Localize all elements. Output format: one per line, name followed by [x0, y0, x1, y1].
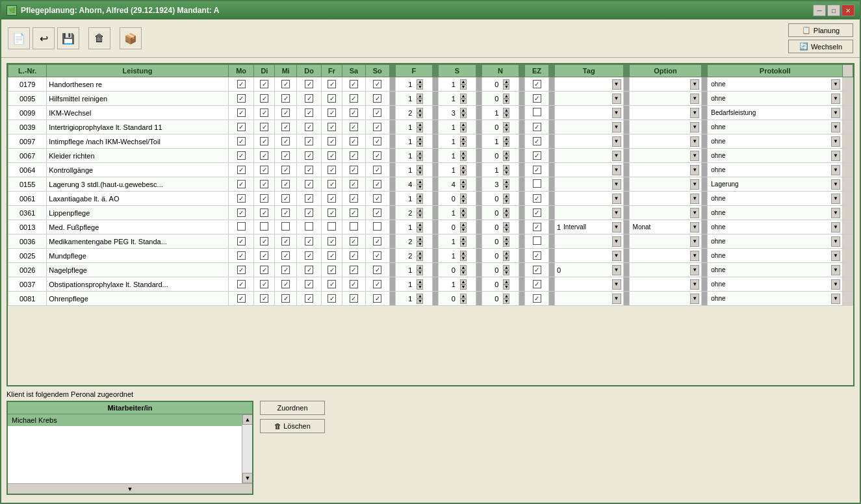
cell-do[interactable] [297, 92, 322, 106]
checkbox[interactable] [328, 194, 336, 203]
cell-fr[interactable] [322, 149, 342, 163]
cell-so[interactable] [365, 177, 389, 192]
cell-mi[interactable] [275, 92, 297, 106]
checkbox[interactable] [533, 80, 541, 88]
spin-up-btn[interactable]: ▲ [417, 136, 423, 142]
dropdown-arrow[interactable]: ▼ [831, 179, 840, 190]
cell-mi[interactable] [275, 192, 297, 206]
checkbox[interactable] [350, 166, 358, 174]
spin-up-btn[interactable]: ▲ [503, 251, 509, 256]
cell-do[interactable] [297, 277, 322, 292]
cell-mo[interactable] [228, 249, 254, 263]
spin-down-btn[interactable]: ▼ [460, 156, 467, 161]
checkbox[interactable] [305, 94, 313, 103]
cell-option[interactable]: ▼ [629, 106, 702, 120]
spin-down-btn[interactable]: ▼ [460, 142, 467, 147]
cell-ez[interactable] [525, 92, 549, 106]
cell-mo[interactable] [228, 263, 254, 277]
cell-do[interactable] [297, 206, 322, 220]
checkbox[interactable] [328, 80, 336, 88]
spin-up-btn[interactable]: ▲ [503, 265, 509, 270]
dropdown-arrow[interactable]: ▼ [612, 151, 621, 161]
cell-tag[interactable]: 0▼ [554, 263, 623, 277]
spin-down-btn[interactable]: ▼ [460, 213, 467, 218]
checkbox[interactable] [328, 251, 336, 260]
checkbox[interactable] [533, 151, 541, 160]
cell-protokoll[interactable]: Lagerung▼ [708, 177, 843, 192]
spin-down-btn[interactable]: ▼ [460, 84, 467, 90]
spin-down-btn[interactable]: ▼ [417, 156, 423, 161]
cell-option[interactable]: ▼ [629, 149, 702, 163]
cell-f[interactable]: 1▲▼ [395, 220, 432, 234]
cell-option[interactable]: ▼ [629, 77, 702, 92]
cell-do[interactable] [297, 234, 322, 249]
dropdown-arrow[interactable]: ▼ [831, 108, 840, 118]
checkbox[interactable] [350, 294, 358, 303]
cell-protokoll[interactable]: ohne▼ [708, 206, 843, 220]
dropdown-arrow[interactable]: ▼ [831, 165, 840, 175]
checkbox[interactable] [373, 108, 381, 117]
checkbox[interactable] [305, 294, 313, 303]
loeschen-button[interactable]: 🗑 Löschen [260, 419, 325, 433]
archive-button[interactable]: 📦 [120, 27, 142, 49]
cell-mi[interactable] [275, 263, 297, 277]
checkbox[interactable] [281, 137, 290, 145]
checkbox[interactable] [373, 80, 381, 88]
cell-mo[interactable] [228, 277, 254, 292]
cell-mo[interactable] [228, 106, 254, 120]
dropdown-arrow[interactable]: ▼ [831, 122, 840, 132]
spin-up-btn[interactable]: ▲ [503, 94, 509, 99]
cell-fr[interactable] [322, 192, 342, 206]
cell-tag[interactable]: ▼ [554, 206, 623, 220]
cell-mi[interactable] [275, 234, 297, 249]
checkbox[interactable] [260, 237, 268, 246]
dropdown-arrow[interactable]: ▼ [690, 79, 699, 90]
cell-so[interactable] [365, 292, 389, 306]
cell-mi[interactable] [275, 220, 297, 234]
spin-down-btn[interactable]: ▼ [417, 113, 423, 118]
cell-protokoll[interactable]: ohne▼ [708, 134, 843, 149]
spin-down-btn[interactable]: ▼ [460, 170, 467, 175]
spin-down-btn[interactable]: ▼ [460, 270, 467, 275]
cell-do[interactable] [297, 177, 322, 192]
spin-up-btn[interactable]: ▲ [503, 122, 509, 127]
spin-down-btn[interactable]: ▼ [460, 184, 467, 190]
cell-f[interactable]: 2▲▼ [395, 106, 432, 120]
checkbox[interactable] [237, 166, 246, 174]
spin-up-btn[interactable]: ▲ [460, 294, 467, 299]
dropdown-arrow[interactable]: ▼ [690, 222, 699, 233]
cell-ez[interactable] [525, 220, 549, 234]
spin-down-btn[interactable]: ▼ [417, 256, 423, 261]
cell-sa[interactable] [342, 92, 365, 106]
checkbox[interactable] [328, 280, 336, 288]
cell-fr[interactable] [322, 77, 342, 92]
cell-f[interactable]: 1▲▼ [395, 277, 432, 292]
checkbox[interactable] [350, 108, 358, 117]
spin-up-btn[interactable]: ▲ [460, 165, 467, 170]
cell-so[interactable] [365, 134, 389, 149]
spin-down-btn[interactable]: ▼ [417, 199, 423, 204]
spin-down-btn[interactable]: ▼ [503, 156, 509, 161]
cell-fr[interactable] [322, 106, 342, 120]
checkbox[interactable] [260, 280, 268, 288]
cell-do[interactable] [297, 77, 322, 92]
checkbox[interactable] [237, 280, 246, 288]
cell-ez[interactable] [525, 106, 549, 120]
spin-up-btn[interactable]: ▲ [460, 236, 467, 242]
spin-up-btn[interactable]: ▲ [417, 79, 423, 84]
dropdown-arrow[interactable]: ▼ [831, 79, 840, 90]
checkbox[interactable] [533, 223, 541, 231]
cell-f[interactable]: 1▲▼ [395, 134, 432, 149]
cell-sa[interactable] [342, 106, 365, 120]
maximize-button[interactable]: □ [827, 5, 840, 16]
cell-do[interactable] [297, 249, 322, 263]
scroll-up-btn[interactable]: ▲ [242, 414, 252, 425]
checkbox[interactable] [533, 94, 541, 103]
cell-s[interactable]: 1▲▼ [439, 77, 476, 92]
cell-n[interactable]: 0▲▼ [482, 192, 519, 206]
staff-scrollbar[interactable]: ▲ ▼ [242, 414, 252, 483]
spin-up-btn[interactable]: ▲ [503, 294, 509, 299]
cell-di[interactable] [254, 249, 275, 263]
cell-n[interactable]: 0▲▼ [482, 120, 519, 134]
spin-down-btn[interactable]: ▼ [460, 199, 467, 204]
